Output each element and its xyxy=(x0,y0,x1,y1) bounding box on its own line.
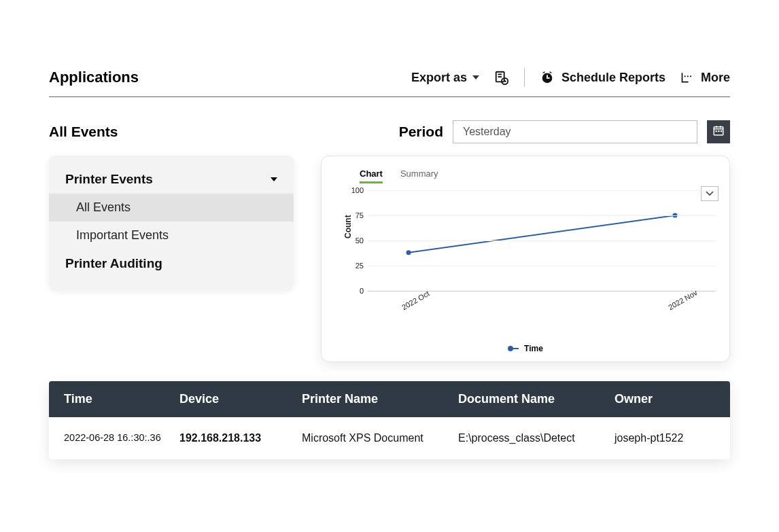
alarm-clock-icon xyxy=(540,70,555,85)
ytick-label: 75 xyxy=(356,211,364,219)
sidebar-item-all-events[interactable]: All Events xyxy=(49,194,294,221)
svg-line-5 xyxy=(505,82,506,82)
cell-owner: joseph-pt1522 xyxy=(614,432,715,444)
export-as-button[interactable]: Export as xyxy=(411,71,479,85)
cell-device: 192.168.218.133 xyxy=(179,432,302,444)
svg-point-19 xyxy=(406,250,411,255)
header-actions: Export as xyxy=(411,68,730,87)
sidebar-item-important-events[interactable]: Important Events xyxy=(49,221,294,249)
divider xyxy=(524,68,525,87)
ytick-label: 100 xyxy=(351,186,364,194)
chart-tabs: Chart Summary xyxy=(360,169,716,183)
ytick-label: 50 xyxy=(356,236,364,245)
chart-card: Chart Summary Count 02550751002022 Oct20… xyxy=(321,156,730,362)
svg-rect-17 xyxy=(718,130,719,132)
table-header-row: Time Device Printer Name Document Name O… xyxy=(49,381,730,417)
chart-ylabel: Count xyxy=(343,215,353,238)
more-label: More xyxy=(701,71,730,85)
chart-legend: Time xyxy=(335,344,716,353)
col-header-device: Device xyxy=(179,392,302,406)
svg-point-11 xyxy=(690,75,691,77)
svg-point-9 xyxy=(685,75,686,77)
sidebar-group-printer-auditing[interactable]: Printer Auditing xyxy=(49,249,294,278)
cell-printer: Microsoft XPS Document xyxy=(302,432,458,444)
caret-down-icon xyxy=(271,177,277,181)
chart-area: Count 02550751002022 Oct2022 Nov xyxy=(347,188,716,317)
content-row: Printer Events All Events Important Even… xyxy=(49,156,730,362)
more-icon xyxy=(680,71,694,84)
period-value: Yesterday xyxy=(463,126,511,138)
caret-down-icon xyxy=(472,75,479,79)
cell-time: 2022-06-28 16.:30:.36 xyxy=(64,432,179,444)
svg-rect-8 xyxy=(547,77,550,79)
table-row[interactable]: 2022-06-28 16.:30:.36 192.168.218.133 Mi… xyxy=(49,417,730,459)
period-label: Period xyxy=(399,124,443,140)
legend-line-icon xyxy=(509,348,519,349)
schedule-label: Schedule Reports xyxy=(561,71,665,85)
col-header-owner: Owner xyxy=(614,392,715,406)
tab-chart[interactable]: Chart xyxy=(360,169,383,183)
more-button[interactable]: More xyxy=(680,71,730,85)
sidebar-item-label: Important Events xyxy=(76,228,169,242)
page-title: Applications xyxy=(49,69,139,86)
col-header-printer: Printer Name xyxy=(302,392,458,406)
schedule-reports-button[interactable]: Schedule Reports xyxy=(540,70,665,85)
header-bar: Applications Export as xyxy=(49,68,730,97)
svg-rect-16 xyxy=(716,130,717,132)
col-header-time: Time xyxy=(64,392,179,406)
section-title: All Events xyxy=(49,124,118,140)
calendar-button[interactable] xyxy=(707,120,730,143)
svg-rect-18 xyxy=(721,130,722,132)
cell-document: E:\process_class\Detect xyxy=(458,432,614,444)
tab-summary[interactable]: Summary xyxy=(400,169,438,183)
period-control: Period Yesterday xyxy=(399,120,730,143)
legend-label: Time xyxy=(524,344,543,353)
ytick-label: 25 xyxy=(356,262,364,270)
export-label: Export as xyxy=(411,71,467,85)
sidebar: Printer Events All Events Important Even… xyxy=(49,156,294,290)
sidebar-group-label: Printer Events xyxy=(65,172,153,187)
events-table: Time Device Printer Name Document Name O… xyxy=(49,381,730,459)
export-history-icon[interactable] xyxy=(494,70,509,85)
chart-plot: 02550751002022 Oct2022 Nov xyxy=(368,188,716,317)
calendar-icon xyxy=(712,124,725,139)
svg-point-10 xyxy=(687,75,689,77)
sidebar-group-label: Printer Auditing xyxy=(65,256,162,271)
sidebar-group-printer-events[interactable]: Printer Events xyxy=(49,165,294,194)
sidebar-item-label: All Events xyxy=(76,200,131,214)
subheader: All Events Period Yesterday xyxy=(49,120,730,143)
period-select[interactable]: Yesterday xyxy=(453,120,697,143)
ytick-label: 0 xyxy=(360,287,364,295)
col-header-document: Document Name xyxy=(458,392,614,406)
